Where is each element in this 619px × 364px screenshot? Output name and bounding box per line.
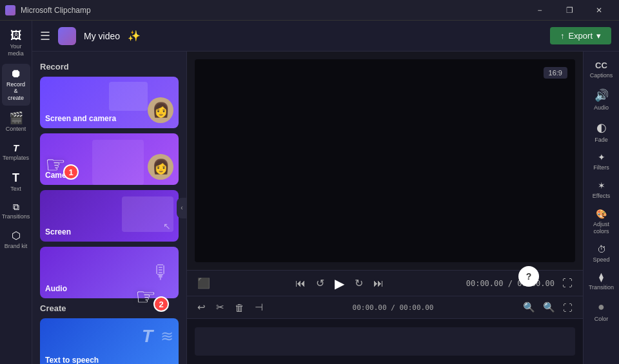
panel-toggle-button[interactable]: ‹ — [177, 198, 187, 218]
video-preview: 16:9 — [195, 59, 575, 262]
captions-label: Captions — [590, 72, 613, 79]
skip-back-button[interactable]: ⏮ — [293, 275, 308, 292]
sidebar-item-templates[interactable]: T Templates — [2, 139, 30, 166]
color-icon: ● — [598, 300, 605, 314]
timeline-time: 00:00.00 / 00:00.00 — [353, 303, 434, 312]
zoom-in-button[interactable]: 🔍 — [540, 299, 558, 316]
export-button[interactable]: ↑ Export ▾ — [550, 27, 611, 44]
screen-label: Screen — [45, 227, 71, 236]
app-body: 🖼 Your media ⏺ Record &create 🎬 Content … — [0, 21, 619, 364]
audio-card[interactable]: 🎙 Audio — [40, 247, 179, 298]
time-current: 00:00.00 — [466, 279, 504, 288]
rewind-button[interactable]: ↺ — [313, 274, 327, 292]
time-display: 00:00.00 / 00:00.00 — [466, 279, 555, 288]
app-title: Microsoft Clipchamp — [21, 6, 91, 15]
zoom-out-button[interactable]: 🔍 — [520, 299, 538, 316]
close-button[interactable]: ✕ — [584, 0, 614, 21]
filters-label: Filters — [593, 164, 609, 171]
effects-button[interactable]: ✶ Effects — [585, 177, 618, 204]
speed-label: Speed — [593, 256, 609, 263]
export-icon: ↑ — [560, 31, 565, 41]
speed-button[interactable]: ⏱ Speed — [585, 240, 618, 267]
timeline-toolbar: ↩ ✂ 🗑 ⊣ 00:00.00 / 00:00.00 🔍 🔍 ⛶ — [187, 296, 583, 319]
your-media-icon: 🖼 — [10, 30, 22, 41]
camera-label: Camera — [45, 171, 74, 180]
audio-label: Audio — [45, 284, 67, 293]
record-create-label: Record &create — [5, 81, 28, 102]
camera-bg-deco — [92, 140, 144, 185]
fit-button[interactable]: ⛶ — [560, 300, 575, 316]
left-panel: Record 👩 Screen and camera 👩 C — [32, 52, 187, 364]
sidebar-item-transitions[interactable]: ⧉ Transitions — [2, 198, 30, 224]
fullscreen-button[interactable]: ⛶ — [560, 275, 575, 292]
audio-sidebar-label: Audio — [594, 104, 609, 111]
fade-button[interactable]: ◐ Fade — [585, 117, 618, 148]
delete-button[interactable]: 🗑 — [232, 300, 247, 316]
cut-button[interactable]: ✂ — [213, 299, 227, 316]
color-label: Color — [594, 316, 609, 323]
sidebar-item-your-media[interactable]: 🖼 Your media — [2, 26, 30, 61]
content-label: Content — [6, 126, 26, 133]
brand-kit-icon: ⬡ — [12, 231, 21, 241]
title-bar-controls: − ❐ ✕ — [525, 0, 614, 21]
screen-camera-avatar: 👩 — [148, 97, 173, 123]
main-content: Record 👩 Screen and camera 👩 C — [32, 52, 619, 364]
sidebar-item-brand-kit[interactable]: ⬡ Brand kit — [2, 227, 30, 254]
captions-button[interactable]: CC Captions — [585, 57, 618, 83]
sidebar-item-text[interactable]: T Text — [2, 168, 30, 196]
tts-letter-deco: T — [142, 326, 153, 347]
screen-and-camera-card[interactable]: 👩 Screen and camera — [40, 77, 179, 128]
export-label: Export — [568, 31, 593, 41]
screen-camera-deco — [109, 82, 148, 111]
filters-button[interactable]: ✦ Filters — [585, 148, 618, 175]
screen-card[interactable]: ↖ Screen — [40, 190, 179, 242]
color-button[interactable]: ● Color — [585, 296, 618, 327]
right-content: 16:9 ⬛ ⏮ ↺ ▶ ↻ ⏭ 00:00.00 — [187, 52, 583, 364]
clipchamp-logo — [58, 27, 76, 45]
title-bar: Microsoft Clipchamp − ❐ ✕ — [0, 0, 619, 21]
time-separator: / — [508, 279, 517, 288]
help-button[interactable]: ? — [518, 266, 539, 287]
tl-current: 00:00.00 — [353, 303, 387, 312]
adjust-colors-icon: 🎨 — [596, 209, 607, 219]
timeline-track[interactable] — [195, 327, 575, 356]
forward-button[interactable]: ↻ — [352, 274, 366, 292]
transition-button[interactable]: ⧫ Transition — [585, 268, 618, 295]
maximize-button[interactable]: ❐ — [555, 0, 584, 21]
effects-icon: ✶ — [598, 180, 605, 191]
text-to-speech-label: Text to speech — [45, 356, 99, 364]
magic-icon[interactable]: ✨ — [128, 30, 141, 42]
right-sidebar: CC Captions 🔊 Audio ◐ Fade ✦ Filters ✶ — [583, 52, 619, 364]
icon-bar: 🖼 Your media ⏺ Record &create 🎬 Content … — [0, 21, 32, 364]
tts-wave-deco: ≋ — [161, 327, 173, 345]
undo-button[interactable]: ↩ — [195, 299, 208, 316]
closed-caption-button[interactable]: ⬛ — [195, 274, 213, 292]
minimize-button[interactable]: − — [525, 0, 555, 21]
audio-sidebar-button[interactable]: 🔊 Audio — [585, 84, 618, 115]
sidebar-item-record-create[interactable]: ⏺ Record &create — [2, 64, 30, 106]
video-title[interactable]: My video — [84, 31, 120, 41]
content-icon: 🎬 — [9, 112, 23, 124]
fade-icon: ◐ — [596, 120, 607, 135]
skip-forward-button[interactable]: ⏭ — [371, 275, 386, 292]
filters-icon: ✦ — [598, 152, 605, 162]
brand-kit-label: Brand kit — [5, 243, 28, 250]
text-to-speech-card[interactable]: T ≋ Text to speech — [40, 318, 179, 364]
create-section-title: Create — [40, 303, 179, 313]
templates-label: Templates — [3, 155, 29, 162]
video-area: 16:9 ⬛ ⏮ ↺ ▶ ↻ ⏭ 00:00.00 — [187, 52, 583, 296]
templates-icon: T — [13, 143, 19, 153]
camera-card[interactable]: 👩 Camera — [40, 133, 179, 185]
aspect-ratio-badge[interactable]: 16:9 — [544, 67, 567, 79]
play-button[interactable]: ▶ — [332, 273, 347, 294]
title-bar-left: Microsoft Clipchamp — [5, 5, 91, 15]
split-button[interactable]: ⊣ — [252, 299, 266, 316]
audio-sidebar-icon: 🔊 — [594, 88, 609, 102]
sidebar-item-content[interactable]: 🎬 Content — [2, 108, 30, 137]
transitions-label: Transitions — [2, 213, 30, 220]
export-chevron-icon: ▾ — [596, 31, 601, 41]
record-section-title: Record — [40, 62, 179, 72]
adjust-colors-button[interactable]: 🎨 Adjust colors — [585, 205, 618, 239]
hamburger-button[interactable]: ☰ — [40, 29, 50, 43]
screen-cursor-deco: ↖ — [163, 221, 171, 231]
